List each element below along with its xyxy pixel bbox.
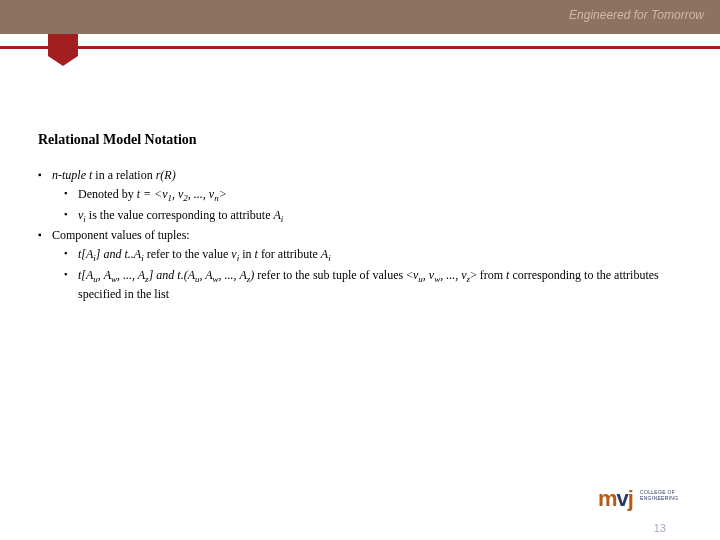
- subscript: i: [328, 253, 331, 263]
- text: r(R): [156, 168, 176, 182]
- logo-letter-v: v: [617, 486, 628, 511]
- logo-subtitle: COLLEGE OF ENGINEERING: [640, 490, 678, 501]
- list-item: n-tuple t in a relation r(R) Denoted by …: [52, 167, 688, 225]
- text: t = <v: [137, 187, 168, 201]
- text: refer to the value: [144, 247, 232, 261]
- text: is the value corresponding to attribute: [86, 208, 274, 222]
- text: for attribute: [258, 247, 321, 261]
- bullet-list-level1: n-tuple t in a relation r(R) Denoted by …: [38, 167, 688, 302]
- header-accent-line: [0, 46, 720, 49]
- text: >: [219, 187, 227, 201]
- list-item: t[Au, Aw, ..., Az] and t.(Au, Aw, ..., A…: [78, 267, 688, 302]
- logo-letter-m: m: [598, 486, 617, 511]
- bullet-list-level2: t[Ai] and t..Ai refer to the value vi in…: [52, 246, 688, 302]
- slide-content: Relational Model Notation n-tuple t in a…: [38, 130, 688, 304]
- footer-logo: mvj COLLEGE OF ENGINEERING: [598, 486, 698, 518]
- text: , v: [423, 268, 434, 282]
- text: ] and: [149, 268, 178, 282]
- text: , ..., A: [219, 268, 247, 282]
- header-notch: [48, 34, 78, 56]
- slide-title: Relational Model Notation: [38, 130, 688, 149]
- text: in a relation: [92, 168, 155, 182]
- text: t..A: [125, 247, 142, 261]
- list-item: vi is the value corresponding to attribu…: [78, 207, 688, 226]
- text: , ..., v: [188, 187, 214, 201]
- text: n-tuple t: [52, 168, 92, 182]
- text: in: [239, 247, 254, 261]
- text: , A: [98, 268, 111, 282]
- text: t[A: [78, 247, 93, 261]
- logo-letter-j: j: [628, 486, 633, 511]
- header-notch-arrow: [48, 56, 78, 66]
- text: t[A: [78, 268, 93, 282]
- text: Denoted by: [78, 187, 137, 201]
- list-item: Denoted by t = <v1, v2, ..., vn>: [78, 186, 688, 205]
- header-tagline: Engineered for Tomorrow: [569, 8, 704, 22]
- logo-text: mvj: [598, 486, 638, 511]
- bullet-list-level2: Denoted by t = <v1, v2, ..., vn> vi is t…: [52, 186, 688, 226]
- logo-subtitle-line2: ENGINEERING: [640, 495, 678, 501]
- text: > from: [470, 268, 506, 282]
- text: t.(A: [177, 268, 195, 282]
- list-item: Component values of tuples: t[Ai] and t.…: [52, 227, 688, 302]
- text: , A: [199, 268, 212, 282]
- page-number: 13: [654, 522, 666, 534]
- list-item: t[Ai] and t..Ai refer to the value vi in…: [78, 246, 688, 265]
- subscript: i: [281, 214, 284, 224]
- text: , v: [172, 187, 183, 201]
- text: refer to the sub tuple of values <: [254, 268, 413, 282]
- text: , ..., v: [440, 268, 466, 282]
- text: ] and: [96, 247, 125, 261]
- text: , ..., A: [117, 268, 145, 282]
- text: Component values of tuples:: [52, 228, 190, 242]
- text: A: [273, 208, 280, 222]
